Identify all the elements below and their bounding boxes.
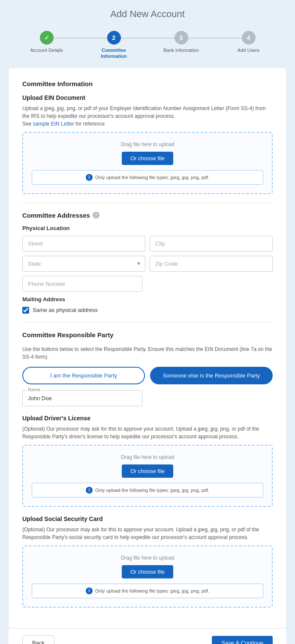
- step-committee-info: 2 CommitteeInformation: [80, 31, 148, 60]
- mailing-address-title: Mailing Address: [22, 296, 273, 303]
- responsible-party-title: Committee Responsible Party: [22, 331, 273, 338]
- driver-license-choose-file-button[interactable]: Or choose file: [122, 464, 173, 478]
- driver-license-description: (Optional) Our processor may ask for thi…: [22, 425, 273, 440]
- save-continue-button[interactable]: Save & Continue: [212, 636, 273, 644]
- ein-upload-section: Upload EIN Document Upload a jpeg, jpg, …: [22, 94, 273, 194]
- driver-license-dropzone[interactable]: Drag file here to upload Or choose file …: [22, 445, 273, 507]
- committee-addresses-header: Committee Addresses ?: [22, 212, 273, 219]
- main-card: Committee Information Upload EIN Documen…: [9, 68, 286, 628]
- step-1-circle: ✓: [40, 31, 54, 45]
- committee-information-title: Committee Information: [22, 80, 273, 87]
- ein-dropzone[interactable]: Drag file here to upload Or choose file …: [22, 132, 273, 194]
- divider-2: [22, 322, 273, 323]
- ein-upload-label: Upload EIN Document: [22, 94, 273, 101]
- step-bank-info: 3 Bank Information: [148, 31, 215, 53]
- committee-addresses-section: Committee Addresses ? Physical Location …: [22, 212, 273, 314]
- step-4-label: Add Users: [238, 47, 259, 53]
- zip-input[interactable]: [150, 256, 273, 272]
- ein-file-type-text: Only upload the following file types: jp…: [95, 175, 209, 180]
- step-2-circle: 2: [107, 31, 121, 45]
- responsible-party-name-input[interactable]: [22, 390, 142, 406]
- social-security-description: (Optional) Our processor may ask for thi…: [22, 526, 273, 541]
- driver-license-file-type-notice: i Only upload the following file types: …: [32, 483, 263, 497]
- driver-license-file-type-text: Only upload the following file types: jp…: [95, 488, 209, 493]
- state-select[interactable]: State: [22, 256, 145, 272]
- ein-drag-text: Drag file here to upload: [32, 141, 263, 147]
- i-am-responsible-party-button[interactable]: I am the Responsible Party: [22, 367, 145, 384]
- social-security-upload-section: Upload Social Security Card (Optional) O…: [22, 515, 273, 608]
- driver-license-upload-section: Upload Driver's License (Optional) Our p…: [22, 415, 273, 507]
- social-security-label: Upload Social Security Card: [22, 515, 273, 522]
- social-security-dropzone[interactable]: Drag file here to upload Or choose file …: [22, 545, 273, 608]
- name-field-wrapper: Name: [22, 390, 142, 406]
- phone-input[interactable]: [22, 276, 142, 292]
- footer-bar: Back Save & Continue: [9, 628, 286, 644]
- step-2-label: CommitteeInformation: [101, 47, 127, 60]
- social-security-file-type-text: Only upload the following file types: jp…: [95, 588, 209, 593]
- social-security-info-icon: i: [86, 587, 93, 594]
- page-wrapper: Add New Account ✓ Account Details 2 Comm…: [0, 0, 295, 644]
- driver-license-info-icon: i: [86, 487, 93, 494]
- same-as-physical-row: Same as physical address: [22, 307, 273, 314]
- same-as-physical-checkbox[interactable]: [22, 307, 29, 314]
- ein-choose-file-button[interactable]: Or choose file: [122, 152, 173, 165]
- responsible-party-buttons: I am the Responsible Party Someone else …: [22, 367, 273, 384]
- committee-addresses-help-icon[interactable]: ?: [93, 212, 99, 219]
- stepper: ✓ Account Details 2 CommitteeInformation…: [0, 27, 295, 68]
- name-field-label: Name: [27, 387, 42, 392]
- step-3-circle: 3: [175, 31, 188, 45]
- responsible-party-description: Use the buttons below to select the Resp…: [22, 345, 273, 361]
- ein-upload-description: Upload a jpeg, jpg, png, or pdf of your …: [22, 105, 273, 128]
- social-security-file-type-notice: i Only upload the following file types: …: [32, 584, 263, 598]
- street-input[interactable]: [22, 236, 145, 252]
- back-button[interactable]: Back: [22, 635, 54, 644]
- driver-license-label: Upload Driver's License: [22, 415, 273, 422]
- step-account-details: ✓ Account Details: [13, 31, 80, 53]
- sample-ein-letter-link[interactable]: sample EIN Letter: [33, 121, 74, 127]
- responsible-party-section: Committee Responsible Party Use the butt…: [22, 331, 273, 406]
- mailing-address-section: Mailing Address Same as physical address: [22, 296, 273, 314]
- someone-else-responsible-party-button[interactable]: Someone else is the Responsible Party: [150, 367, 273, 384]
- ein-info-icon: i: [86, 174, 93, 181]
- same-as-physical-label[interactable]: Same as physical address: [33, 307, 98, 313]
- address-grid-row1: [22, 236, 273, 252]
- step-4-circle: 4: [242, 31, 256, 45]
- social-security-drag-text: Drag file here to upload: [32, 555, 263, 561]
- page-title: Add New Account: [0, 0, 295, 27]
- physical-location-title: Physical Location: [22, 225, 273, 231]
- city-input[interactable]: [150, 236, 273, 252]
- step-add-users: 4 Add Users: [215, 31, 282, 53]
- social-security-choose-file-button[interactable]: Or choose file: [122, 565, 173, 578]
- committee-addresses-title: Committee Addresses: [22, 212, 90, 219]
- phone-row: [22, 276, 273, 292]
- step-1-label: Account Details: [30, 47, 63, 53]
- address-grid-row2: State ▼: [22, 256, 273, 272]
- driver-license-drag-text: Drag file here to upload: [32, 454, 263, 460]
- state-select-wrapper: State ▼: [22, 256, 145, 272]
- step-3-label: Bank Information: [163, 47, 199, 53]
- ein-file-type-notice: i Only upload the following file types: …: [32, 170, 263, 185]
- divider-1: [22, 203, 273, 203]
